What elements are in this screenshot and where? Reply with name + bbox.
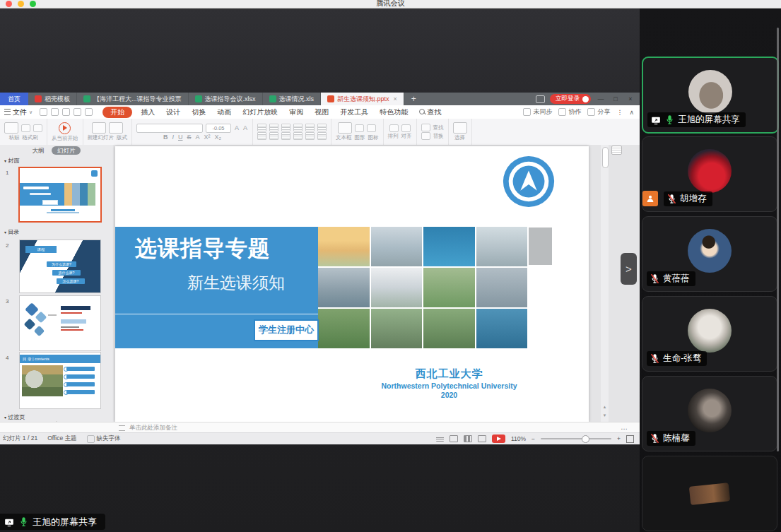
- menu-find[interactable]: 查找: [413, 107, 447, 117]
- file-menu[interactable]: 文件∨: [0, 107, 38, 117]
- bullets-icon[interactable]: [257, 124, 266, 131]
- shrink-font-icon[interactable]: A: [242, 124, 248, 131]
- align-left-icon[interactable]: [257, 132, 266, 140]
- grow-font-icon[interactable]: A: [234, 124, 240, 131]
- numbering-icon[interactable]: [269, 124, 278, 131]
- section-toc[interactable]: ▾ 目录: [4, 228, 19, 236]
- collapse-ribbon-icon[interactable]: ∧: [629, 109, 634, 116]
- app-mode-icon[interactable]: [536, 95, 545, 103]
- theme-name[interactable]: Office 主题: [47, 435, 76, 443]
- minimize-button[interactable]: —: [596, 95, 606, 102]
- slide-thumbnail-2[interactable]: 课程 为什么选课? 选什么课? 怎么选课?: [19, 240, 101, 293]
- columns-icon[interactable]: [305, 132, 315, 140]
- play-from-current-icon[interactable]: [59, 122, 71, 134]
- align-objects-icon[interactable]: [401, 124, 411, 132]
- section-cover[interactable]: ▾ 封面: [4, 157, 19, 165]
- login-button[interactable]: 立即登录: [550, 94, 591, 104]
- tab-xlsx-vote[interactable]: 【海洋工程大...课指导专业投票: [77, 93, 189, 105]
- tab-docer[interactable]: 稻壳模板: [28, 93, 77, 105]
- indent-decrease-icon[interactable]: [281, 124, 290, 131]
- superscript-button[interactable]: X²: [204, 134, 211, 141]
- indent-increase-icon[interactable]: [293, 124, 303, 131]
- maximize-button[interactable]: □: [611, 95, 621, 102]
- share-button[interactable]: 分享: [587, 107, 610, 117]
- new-slide-icon[interactable]: [92, 122, 106, 134]
- replace-icon[interactable]: [421, 132, 430, 140]
- close-button[interactable]: ×: [626, 95, 635, 102]
- zoom-level[interactable]: 110%: [511, 435, 526, 442]
- collaborate-button[interactable]: 协作: [558, 107, 581, 117]
- tab-xlsx-meeting[interactable]: 选课指导会议.xlsx: [189, 93, 263, 105]
- participant-tile[interactable]: [642, 456, 777, 531]
- slide-thumbnail-1[interactable]: [18, 167, 102, 223]
- participant-tile[interactable]: 黄蓓蓓: [642, 216, 777, 292]
- menu-view[interactable]: 视图: [309, 107, 334, 117]
- print-icon[interactable]: [51, 108, 59, 116]
- pane-toggle-icon[interactable]: [611, 146, 622, 155]
- menu-insert[interactable]: 插入: [135, 107, 160, 117]
- text-direction-icon[interactable]: [317, 124, 327, 131]
- missing-font-warning[interactable]: 缺失字体: [87, 435, 121, 443]
- sidebar-collapse-arrow[interactable]: >: [621, 253, 637, 285]
- tab-pptx-active[interactable]: 新生选课须知.pptx×: [321, 93, 404, 105]
- shape-icon[interactable]: [355, 124, 364, 132]
- slide-page[interactable]: 选课指导专题 新生选课须知 学生注册中心 西北工业大学: [115, 146, 589, 422]
- menu-design[interactable]: 设计: [160, 107, 186, 117]
- vertical-scrollbar[interactable]: ▲ ▼: [601, 145, 609, 422]
- subscript-button[interactable]: X₂: [214, 134, 223, 141]
- format-painter-label[interactable]: 格式刷: [22, 134, 38, 141]
- previous-slide-icon[interactable]: ▲: [601, 405, 608, 409]
- font-name-combo[interactable]: [136, 124, 203, 133]
- textbox-icon[interactable]: [338, 122, 352, 134]
- copy-icon[interactable]: [33, 124, 42, 132]
- find-icon[interactable]: [421, 124, 430, 131]
- participant-tile[interactable]: 王旭的屏幕共享: [642, 57, 779, 134]
- menu-transition[interactable]: 切换: [186, 107, 211, 117]
- arrange-icon[interactable]: [389, 124, 399, 132]
- view-normal-icon[interactable]: [450, 435, 458, 442]
- view-notes-icon[interactable]: [436, 436, 444, 442]
- zoom-slider[interactable]: [541, 438, 611, 439]
- undo-icon[interactable]: [74, 108, 81, 116]
- align-center-icon[interactable]: [269, 132, 278, 140]
- font-color-button[interactable]: A: [195, 134, 201, 141]
- next-slide-icon[interactable]: ▼: [601, 413, 608, 418]
- menu-animation[interactable]: 动画: [211, 107, 237, 117]
- participant-tile[interactable]: 陈楠馨: [642, 376, 777, 451]
- tab-home[interactable]: 首页: [0, 93, 28, 105]
- align-right-icon[interactable]: [281, 132, 290, 140]
- tab-xls-status[interactable]: 选课情况.xls: [263, 93, 322, 105]
- zoom-slider-handle[interactable]: [582, 435, 589, 443]
- view-sorter-icon[interactable]: [464, 435, 472, 442]
- cut-icon[interactable]: [21, 124, 30, 132]
- menu-devtools[interactable]: 开发工具: [334, 107, 374, 117]
- slide-thumbnail-3[interactable]: [19, 295, 101, 351]
- slide-thumbnail-4[interactable]: 目 录 | contents: [19, 352, 101, 409]
- notes-bar[interactable]: 单击此处添加备注 …: [0, 422, 640, 433]
- participant-tile[interactable]: 胡增存: [642, 136, 777, 212]
- bold-button[interactable]: B: [163, 134, 169, 141]
- zoom-in-button[interactable]: +: [617, 435, 621, 442]
- strikethrough-button[interactable]: S: [187, 134, 192, 141]
- export-icon[interactable]: [62, 108, 70, 116]
- tab-close-icon[interactable]: ×: [394, 95, 397, 102]
- sync-status[interactable]: 未同步: [523, 107, 552, 117]
- tab-slides[interactable]: 幻灯片: [52, 146, 81, 155]
- select-icon[interactable]: [453, 122, 467, 134]
- more-menu-icon[interactable]: ⋮: [616, 109, 623, 116]
- menu-slideshow[interactable]: 幻灯片放映: [237, 107, 283, 117]
- scrollbar-thumb[interactable]: [602, 147, 609, 168]
- new-tab-button[interactable]: +: [404, 93, 423, 105]
- layout-icon[interactable]: [109, 122, 123, 134]
- menu-review[interactable]: 审阅: [283, 107, 309, 117]
- menu-start[interactable]: 开始: [102, 107, 132, 118]
- italic-button[interactable]: I: [171, 134, 175, 141]
- more-options-button[interactable]: …: [621, 423, 628, 431]
- menu-features[interactable]: 特色功能: [374, 107, 413, 117]
- tab-outline[interactable]: 大纲: [33, 147, 45, 154]
- line-spacing-icon[interactable]: [305, 124, 315, 131]
- slide-canvas[interactable]: 选课指导专题 新生选课须知 学生注册中心 西北工业大学: [113, 145, 640, 422]
- participant-tile[interactable]: 生命-张骛: [642, 296, 777, 372]
- view-reading-icon[interactable]: [478, 435, 486, 442]
- font-size-combo[interactable]: -0.05: [206, 124, 231, 133]
